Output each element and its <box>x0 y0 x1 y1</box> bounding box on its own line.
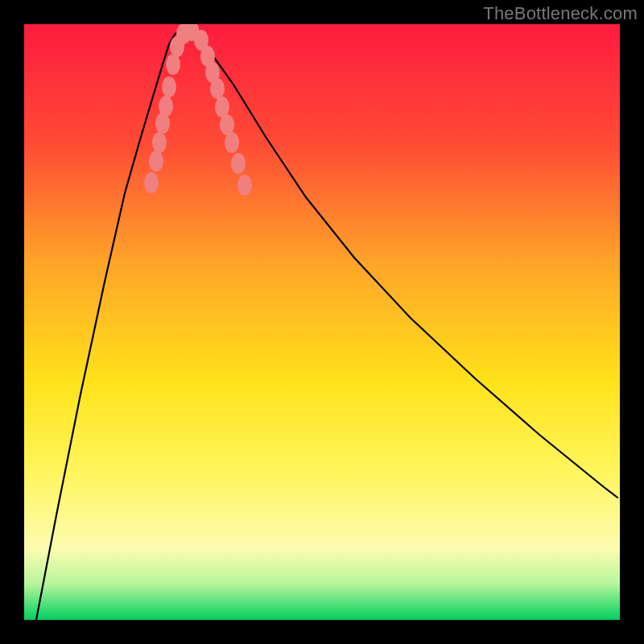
data-marker <box>237 175 252 196</box>
data-marker <box>159 96 173 117</box>
chart-frame: TheBottleneck.com <box>0 0 644 644</box>
gradient-background <box>24 24 620 620</box>
data-marker <box>144 172 159 193</box>
data-marker <box>162 76 176 97</box>
data-marker <box>225 132 239 153</box>
chart-svg <box>24 24 620 620</box>
data-marker <box>152 132 167 153</box>
data-marker <box>166 54 180 75</box>
data-marker <box>149 151 163 171</box>
data-marker <box>231 153 246 174</box>
data-marker <box>210 78 225 99</box>
plot-area <box>24 24 620 620</box>
watermark-text: TheBottleneck.com <box>483 3 638 24</box>
